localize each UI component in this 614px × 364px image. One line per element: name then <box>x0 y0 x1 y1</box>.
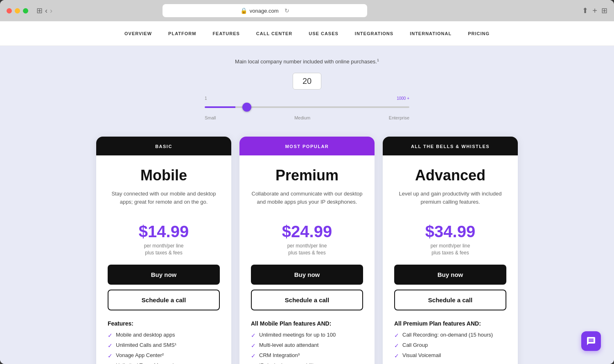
maximize-button[interactable] <box>23 8 28 13</box>
slider-min-label: 1 <box>205 96 207 101</box>
features-title-basic: Features: <box>108 320 220 327</box>
buy-now-button-advanced[interactable]: Buy now <box>394 265 506 285</box>
feature-text: Unlimited meetings for up to 100 <box>259 332 336 338</box>
feature-item: ✓ Unlimited Calls and SMS¹ <box>108 342 220 349</box>
buy-now-button-basic[interactable]: Buy now <box>108 265 220 285</box>
card-body-premium: Premium Collaborate and communicate with… <box>239 155 375 364</box>
plan-description-basic: Stay connected with our mobile and deskt… <box>108 190 220 214</box>
check-icon: ✓ <box>108 332 113 339</box>
nav-item-use-cases[interactable]: USE CASES <box>309 31 339 36</box>
feature-text: CRM Integration³ <box>259 352 300 358</box>
card-header-advanced: ALL THE BELLS & WHISTLES <box>383 137 518 155</box>
nav-item-features[interactable]: FEATURES <box>212 31 239 36</box>
feature-item: ✓ IP desk phone capability <box>251 362 363 364</box>
nav-item-pricing[interactable]: PRICING <box>468 31 490 36</box>
browser-content: OVERVIEW PLATFORM FEATURES CALL CENTER U… <box>0 21 614 364</box>
feature-text: Visual Voicemail <box>402 352 441 358</box>
premium-header-label: MOST POPULAR <box>285 144 329 149</box>
plan-name-premium: Premium <box>275 167 339 184</box>
feature-item: ✓ CRM Integration³ <box>251 352 363 359</box>
plan-description-premium: Collaborate and communicate with our des… <box>251 190 363 214</box>
label-medium: Medium <box>294 115 310 120</box>
buy-now-button-premium[interactable]: Buy now <box>251 265 363 285</box>
plan-price-premium: $24.99 <box>282 222 332 241</box>
feature-item: ✓ Vonage App Center² <box>108 352 220 359</box>
feature-item: ✓ Visual Voicemail <box>394 352 506 359</box>
plan-name-advanced: Advanced <box>415 167 485 184</box>
url-display: vonage.com <box>250 8 279 14</box>
plan-price-advanced: $34.99 <box>425 222 475 241</box>
seats-slider[interactable] <box>205 106 409 108</box>
card-body-basic: Mobile Stay connected with our mobile an… <box>96 155 231 364</box>
new-tab-icon[interactable]: + <box>592 6 597 16</box>
schedule-call-button-advanced[interactable]: Schedule a call <box>394 290 506 310</box>
feature-item: ✓ Multi-level auto attendant <box>251 342 363 349</box>
card-advanced: ALL THE BELLS & WHISTLES Advanced Level … <box>383 137 518 364</box>
feature-item: ✓ Call Recording: on-demand (15 hours) <box>394 332 506 339</box>
features-section-premium: All Mobile Plan features AND: ✓ Unlimite… <box>251 320 363 364</box>
nav-item-call-center[interactable]: CALL CENTER <box>256 31 292 36</box>
slider-section: 20 1 1000 + Small Medium Enterprise <box>205 73 409 120</box>
nav-item-platform[interactable]: PLATFORM <box>168 31 196 36</box>
feature-text: Call Group <box>402 342 428 348</box>
advanced-header-label: ALL THE BELLS & WHISTLES <box>411 144 490 149</box>
share-icon[interactable]: ⬆ <box>582 6 588 16</box>
feature-text: Mobile and desktop apps <box>116 332 175 338</box>
page-subtitle: Main local company number included with … <box>235 58 379 65</box>
nav-item-integrations[interactable]: INTEGRATIONS <box>355 31 393 36</box>
forward-icon[interactable]: › <box>50 7 52 15</box>
seats-display: 20 <box>293 73 321 90</box>
plan-price-basic: $14.99 <box>139 222 189 241</box>
check-icon: ✓ <box>251 342 256 349</box>
nav-item-overview[interactable]: OVERVIEW <box>124 31 152 36</box>
traffic-lights <box>7 8 28 13</box>
feature-item: ✓ Call Group <box>394 342 506 349</box>
schedule-call-button-basic[interactable]: Schedule a call <box>108 290 220 310</box>
back-icon[interactable]: ‹ <box>45 7 47 15</box>
chat-bubble-icon <box>586 336 596 346</box>
check-icon: ✓ <box>394 353 399 359</box>
plan-description-advanced: Level up and gain productivity with incl… <box>394 190 506 214</box>
plan-price-sub-basic: per month/per line plus taxes & fees <box>144 243 184 256</box>
browser-controls: ⊞ ‹ › <box>36 6 52 15</box>
browser-actions: ⬆ + ⊞ <box>582 6 607 16</box>
feature-item: ✓ Unlimited meetings for up to 100 <box>251 332 363 339</box>
pricing-cards: BASIC Mobile Stay connected with our mob… <box>82 137 532 364</box>
card-header-premium: MOST POPULAR <box>239 137 375 155</box>
sidebar-toggle-icon[interactable]: ⊞ <box>36 6 43 15</box>
feature-text: Call Recording: on-demand (15 hours) <box>402 332 493 338</box>
card-premium: MOST POPULAR Premium Collaborate and com… <box>239 137 375 364</box>
card-header-basic: BASIC <box>96 137 231 155</box>
slider-container[interactable] <box>205 102 409 110</box>
reload-icon[interactable]: ↻ <box>284 7 289 14</box>
features-section-advanced: All Premium Plan features AND: ✓ Call Re… <box>394 320 506 362</box>
close-button[interactable] <box>7 8 12 13</box>
feature-item: ✓ Mobile and desktop apps <box>108 332 220 339</box>
browser-titlebar: ⊞ ‹ › 🔒 vonage.com ↻ ⬆ + ⊞ <box>0 0 614 21</box>
chat-bubble-button[interactable] <box>581 331 601 351</box>
minimize-button[interactable] <box>15 8 20 13</box>
slider-max-label: 1000 + <box>397 96 409 101</box>
feature-text: IP desk phone capability <box>259 362 317 364</box>
feature-text: Vonage App Center² <box>116 352 164 358</box>
features-section-basic: Features: ✓ Mobile and desktop apps ✓ Un… <box>108 320 220 364</box>
main-content: Main local company number included with … <box>0 46 614 364</box>
check-icon: ✓ <box>394 342 399 349</box>
schedule-call-button-premium[interactable]: Schedule a call <box>251 290 363 310</box>
label-small: Small <box>205 115 216 120</box>
grid-icon[interactable]: ⊞ <box>601 6 607 16</box>
feature-text: Multi-level auto attendant <box>259 342 318 348</box>
address-bar[interactable]: 🔒 vonage.com ↻ <box>163 4 367 17</box>
features-title-advanced: All Premium Plan features AND: <box>394 320 506 327</box>
main-nav: OVERVIEW PLATFORM FEATURES CALL CENTER U… <box>0 21 614 46</box>
plan-price-sub-premium: per month/per line plus taxes & fees <box>287 243 327 256</box>
label-enterprise: Enterprise <box>389 115 409 120</box>
check-icon: ✓ <box>394 332 399 339</box>
nav-item-international[interactable]: INTERNATIONAL <box>410 31 451 36</box>
check-icon: ✓ <box>108 342 113 349</box>
plan-name-basic: Mobile <box>140 167 187 184</box>
security-icon: 🔒 <box>240 7 247 14</box>
plan-price-sub-advanced: per month/per line plus taxes & fees <box>431 243 470 256</box>
card-basic: BASIC Mobile Stay connected with our mob… <box>96 137 231 364</box>
check-icon: ✓ <box>251 332 256 339</box>
